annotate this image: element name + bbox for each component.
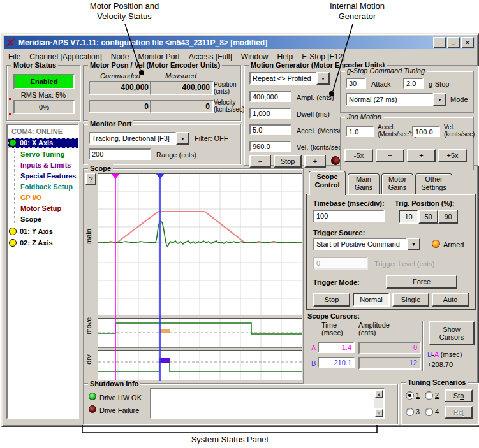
- chevron-down-icon[interactable]: ▼: [316, 72, 330, 85]
- tree-item-z-axis[interactable]: 02: Z Axis: [8, 238, 78, 249]
- scroll-down-icon[interactable]: ▼: [374, 408, 383, 417]
- attack-input[interactable]: [346, 78, 366, 89]
- tab-motor-gains[interactable]: Motor Gains: [381, 173, 413, 194]
- close-button[interactable]: ×: [461, 37, 474, 48]
- profile-dropdown[interactable]: Repeat <> Profiled ▼: [249, 72, 330, 85]
- mode-auto-button[interactable]: Auto: [432, 293, 469, 307]
- mode-stop-button[interactable]: Stop: [313, 293, 350, 307]
- motor-status-title: Motor Status: [11, 61, 58, 69]
- rms-max-label: RMS Max: 5%: [7, 91, 80, 99]
- trig-pos-90-button[interactable]: 90: [438, 210, 458, 224]
- timebase-input[interactable]: [313, 210, 385, 222]
- ampl-label: Ampl. (cnts): [297, 94, 334, 101]
- jog-plus-button[interactable]: +: [304, 155, 326, 168]
- mode-normal-button[interactable]: Normal: [353, 293, 390, 307]
- jog-accel-input[interactable]: [346, 126, 374, 137]
- tab-label: Other: [416, 175, 452, 184]
- force-button[interactable]: Force: [386, 275, 457, 289]
- delta-value: +208.70: [427, 361, 453, 368]
- gstop-input[interactable]: [403, 78, 424, 89]
- store-accel: o: [460, 392, 464, 400]
- axis-led-green-icon: [9, 139, 17, 147]
- tab-main-gains[interactable]: Main Gains: [348, 173, 380, 194]
- chevron-down-icon[interactable]: ▼: [176, 132, 189, 145]
- stop-button[interactable]: Stop: [274, 155, 302, 168]
- annotation-line: Velocity Status: [61, 11, 188, 22]
- scope-cursors-title: Scope Cursors:: [307, 312, 360, 320]
- app-icon: A: [6, 38, 16, 48]
- minimize-button[interactable]: _: [433, 37, 446, 48]
- vel-input[interactable]: [249, 141, 291, 152]
- range-input[interactable]: [89, 148, 151, 160]
- trigger-source-value: Start of Positive Command: [313, 238, 407, 250]
- amplitude-units: (cnts): [358, 329, 390, 336]
- jog-vel-label: Vel. (kcnts/sec): [444, 124, 475, 138]
- tree-item-servo-tuning[interactable]: Servo Tuning: [20, 150, 64, 158]
- show-cursors-button[interactable]: Show Cursors: [429, 321, 475, 345]
- jog-minus5x-button[interactable]: -5x: [344, 149, 373, 162]
- scenario-1-radio[interactable]: [406, 391, 414, 400]
- cursor-b-time-input[interactable]: [318, 357, 355, 368]
- scenario-4-label[interactable]: 4: [435, 408, 439, 415]
- jog-vel-input[interactable]: [412, 126, 440, 137]
- jog-accel-label2: (Mcnts/sec^2): [378, 131, 417, 138]
- cursor-a-time-input[interactable]: [318, 342, 355, 353]
- cursor-b-label: B: [311, 359, 316, 367]
- divider: [422, 321, 423, 371]
- dwell-input[interactable]: [249, 108, 291, 119]
- monitor-port-title: Monitor Port: [88, 120, 133, 127]
- trigger-source-dropdown[interactable]: Start of Positive Command ▼: [313, 238, 420, 250]
- jog-minus-button[interactable]: −: [249, 155, 271, 168]
- scroll-up-icon[interactable]: ▲: [374, 389, 383, 398]
- trig-pos-10-button[interactable]: 10: [399, 210, 418, 224]
- jog-plus5x-button[interactable]: +5x: [438, 149, 467, 162]
- tree-item-scope[interactable]: Scope: [20, 215, 41, 223]
- tree-item-motor-setup[interactable]: Motor Setup: [20, 205, 61, 212]
- scenario-3-radio[interactable]: [406, 408, 414, 416]
- tuning-scenarios-title: Tuning Scenarios: [406, 379, 468, 386]
- drv-marker-bar: [159, 358, 170, 363]
- tab-label: Gains: [348, 184, 379, 192]
- tab-other-settings[interactable]: Other Settings: [415, 173, 452, 194]
- scrollbar[interactable]: ▲ ▼: [374, 389, 383, 417]
- force-label: e: [427, 278, 431, 285]
- tree-item-inputs-limits[interactable]: Inputs & Limits: [20, 161, 71, 169]
- scenario-1-label[interactable]: 1: [416, 391, 420, 399]
- shutdown-info-group: Shutdown Info Drive HW OK Drive Failure …: [83, 384, 398, 424]
- scenario-2-label[interactable]: 2: [435, 391, 439, 399]
- tree-item-foldback-setup[interactable]: Foldback Setup: [20, 183, 73, 191]
- accel-input[interactable]: [249, 124, 291, 135]
- title-bar[interactable]: A Meridian-APS V7.1.11: configuration fi…: [4, 36, 475, 49]
- mode-single-button[interactable]: Single: [392, 293, 429, 307]
- tree-item-gp-io[interactable]: GP I/O: [20, 194, 41, 201]
- chevron-down-icon[interactable]: ▼: [433, 93, 446, 106]
- scope-help-button[interactable]: ?: [85, 173, 96, 185]
- scenario-3-label[interactable]: 3: [416, 408, 420, 415]
- delta-unit: (msec): [439, 350, 462, 358]
- store-button[interactable]: Sto: [445, 389, 473, 402]
- jog-minus-button[interactable]: −: [376, 149, 404, 162]
- jog-plus-button[interactable]: +: [407, 149, 436, 162]
- tree-item-x-axis[interactable]: 00: X Axis: [8, 138, 78, 148]
- ampl-input[interactable]: [249, 91, 291, 102]
- drive-hw-ok-led-icon: [89, 393, 96, 400]
- tree-item-y-axis[interactable]: 01: Y Axis: [8, 227, 78, 238]
- shutdown-message-box[interactable]: ▲ ▼: [150, 388, 385, 419]
- motor-enabled-indicator: Enabled: [13, 74, 75, 89]
- velocity-commanded-value: 0: [89, 100, 152, 113]
- move-marker-bar: [160, 329, 170, 333]
- position-commanded-value: 400,000: [89, 81, 152, 95]
- scenario-2-radio[interactable]: [425, 391, 433, 400]
- dwell-label: Dwell (ms): [297, 110, 330, 118]
- tab-label: Settings: [416, 184, 452, 192]
- gstop-mode-dropdown[interactable]: Normal (27 ms) ▼: [346, 93, 446, 106]
- time-column-header: Time (msec): [321, 321, 343, 336]
- monitor-port-dropdown[interactable]: Tracking, Directional [F3] ▼: [89, 132, 189, 145]
- tab-scope-control[interactable]: Scope Control: [309, 171, 346, 195]
- maximize-button[interactable]: □: [447, 37, 460, 48]
- trigger-source-label: Trigger Source:: [313, 229, 365, 236]
- tree-item-special-features[interactable]: Special Features: [20, 172, 76, 180]
- chevron-down-icon[interactable]: ▼: [407, 238, 420, 250]
- trig-pos-50-button[interactable]: 50: [418, 210, 438, 224]
- scenario-4-radio[interactable]: [425, 408, 433, 416]
